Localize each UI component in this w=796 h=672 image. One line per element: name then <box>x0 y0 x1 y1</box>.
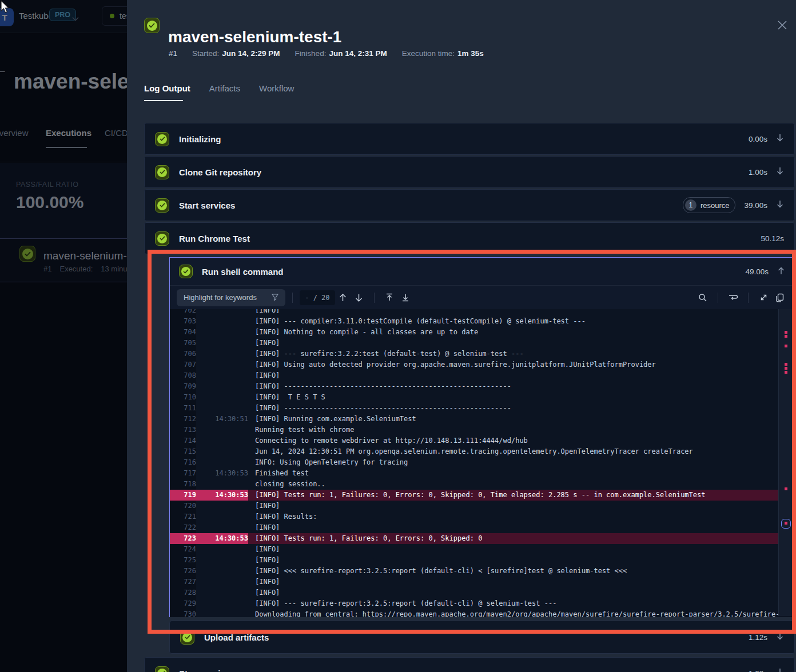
minimap-match-marker <box>785 363 787 366</box>
log-line-message: Finished test <box>248 468 794 479</box>
detail-tabs: Log Output Artifacts Workflow <box>144 83 294 93</box>
expand-down-icon[interactable] <box>776 167 784 178</box>
log-line-number: 727 <box>170 577 196 587</box>
expand-down-icon[interactable] <box>776 632 784 643</box>
log-line-timestamp <box>196 457 248 468</box>
expand-down-icon[interactable] <box>776 668 784 672</box>
tab-artifacts[interactable]: Artifacts <box>209 83 240 93</box>
keyword-highlight-input[interactable]: Highlight for keywords <box>177 289 285 306</box>
jump-bottom-icon[interactable] <box>397 290 413 306</box>
divider <box>292 293 293 303</box>
previous-match-icon[interactable] <box>335 290 351 306</box>
log-line-timestamp <box>196 479 248 490</box>
step-label: Stop services <box>179 669 749 672</box>
log-line-message: [INFO] --- compiler:3.11.0:testCompile (… <box>248 316 794 327</box>
log-line-timestamp <box>196 309 248 316</box>
log-line-number: 719 <box>170 490 196 501</box>
tab-workflow[interactable]: Workflow <box>259 83 294 93</box>
log-line-message: closing session.. <box>248 479 794 490</box>
log-line: 708[INFO] <box>170 370 794 381</box>
log-minimap-scrollbar[interactable] <box>778 309 794 616</box>
step-duration: 39.00s <box>744 201 767 210</box>
step-stop-services[interactable]: Stop services 1.03s <box>144 657 795 672</box>
log-lines: 702[INFO] 703[INFO] --- compiler:3.11.0:… <box>170 309 794 617</box>
step-clone-git[interactable]: Clone Git repository 1.00s <box>144 156 795 188</box>
log-line-message: Downloading from central: https://repo.m… <box>248 609 794 617</box>
minimap-match-marker <box>785 371 787 374</box>
run-shell-command-header[interactable]: Run shell command 49.00s <box>170 258 794 286</box>
success-check-icon <box>144 18 160 33</box>
log-line-timestamp <box>196 316 248 327</box>
finished-value: Jun 14, 2:31 PM <box>329 49 387 58</box>
copy-icon[interactable] <box>771 290 787 306</box>
log-line-message: [INFO] <box>248 309 794 316</box>
expand-down-icon[interactable] <box>776 134 784 145</box>
log-line-number: 711 <box>170 403 196 414</box>
success-check-icon <box>155 132 169 146</box>
active-tab-underline <box>144 100 183 101</box>
log-line-message: [INFO] ---------------------------------… <box>248 403 794 414</box>
success-check-icon <box>155 198 169 213</box>
minimap-match-marker <box>785 487 787 490</box>
log-line-message: [INFO] <box>248 370 794 381</box>
log-line-timestamp <box>196 359 248 370</box>
step-label: Initializing <box>179 134 749 144</box>
log-line-timestamp <box>196 446 248 457</box>
success-check-icon <box>179 265 193 278</box>
log-toolbar: Highlight for keywords - / 20 <box>170 286 794 309</box>
log-line-number: 724 <box>170 544 196 555</box>
log-line-timestamp <box>196 598 248 609</box>
next-match-icon[interactable] <box>351 290 367 306</box>
success-check-icon <box>155 231 169 246</box>
step-run-chrome-test[interactable]: Run Chrome Test 50.12s <box>144 222 795 254</box>
log-line-number: 703 <box>170 316 196 327</box>
step-upload-artifacts[interactable]: Upload artifacts 1.12s <box>169 621 795 654</box>
log-line: 71214:30:51[INFO] Running com.example.Se… <box>170 414 794 425</box>
search-icon[interactable] <box>695 290 711 306</box>
step-label: Clone Git repository <box>179 167 749 177</box>
success-check-icon <box>155 165 169 179</box>
log-line-timestamp <box>196 544 248 555</box>
log-line: 716INFO: Using OpenTelemetry for tracing <box>170 457 794 468</box>
log-line: 727[INFO] <box>170 577 794 587</box>
execution-time-value: 1m 35s <box>457 49 484 58</box>
log-line-message: INFO: Using OpenTelemetry for tracing <box>248 457 794 468</box>
minimap-match-marker <box>785 367 787 370</box>
resource-badge: 1 resource <box>683 197 736 213</box>
collapse-up-icon[interactable] <box>777 266 785 277</box>
log-line-number: 723 <box>170 533 196 544</box>
log-line-message: [INFO] <box>248 501 794 511</box>
log-line-timestamp <box>196 609 248 617</box>
log-line-timestamp <box>196 587 248 598</box>
log-line: 702[INFO] <box>170 309 794 316</box>
log-line-message: [INFO] <box>248 544 794 555</box>
divider <box>374 293 375 303</box>
tab-log-output[interactable]: Log Output <box>144 83 190 93</box>
close-icon[interactable] <box>777 19 788 31</box>
log-line-message: [INFO] --- surefire:3.2.2:test (default-… <box>248 349 794 359</box>
log-line-number: 726 <box>170 566 196 577</box>
jump-top-icon[interactable] <box>381 290 397 306</box>
log-viewer[interactable]: 702[INFO] 703[INFO] --- compiler:3.11.0:… <box>170 309 794 617</box>
log-line: 710[INFO] T E S T S <box>170 392 794 403</box>
log-line-message: Jun 14, 2024 12:30:51 PM org.openqa.sele… <box>248 446 794 457</box>
fullscreen-icon[interactable] <box>755 290 771 306</box>
log-line: 71714:30:53Finished test <box>170 468 794 479</box>
success-check-icon <box>155 666 169 672</box>
log-line-number: 729 <box>170 598 196 609</box>
step-start-services[interactable]: Start services 1 resource 39.00s <box>144 189 795 221</box>
log-line-number: 708 <box>170 370 196 381</box>
log-line-number: 730 <box>170 609 196 617</box>
log-line: 721[INFO] Results: <box>170 511 794 522</box>
divider <box>718 293 718 303</box>
step-initializing[interactable]: Initializing 0.00s <box>144 123 795 155</box>
step-duration: 0.00s <box>749 135 767 143</box>
wrap-text-icon[interactable] <box>725 290 741 306</box>
log-line-timestamp <box>196 381 248 392</box>
log-line-number: 720 <box>170 501 196 511</box>
log-line-number: 715 <box>170 446 196 457</box>
log-line-message: [INFO] <box>248 522 794 533</box>
log-line-number: 717 <box>170 468 196 479</box>
log-line-timestamp <box>196 425 248 435</box>
expand-down-icon[interactable] <box>776 200 784 211</box>
